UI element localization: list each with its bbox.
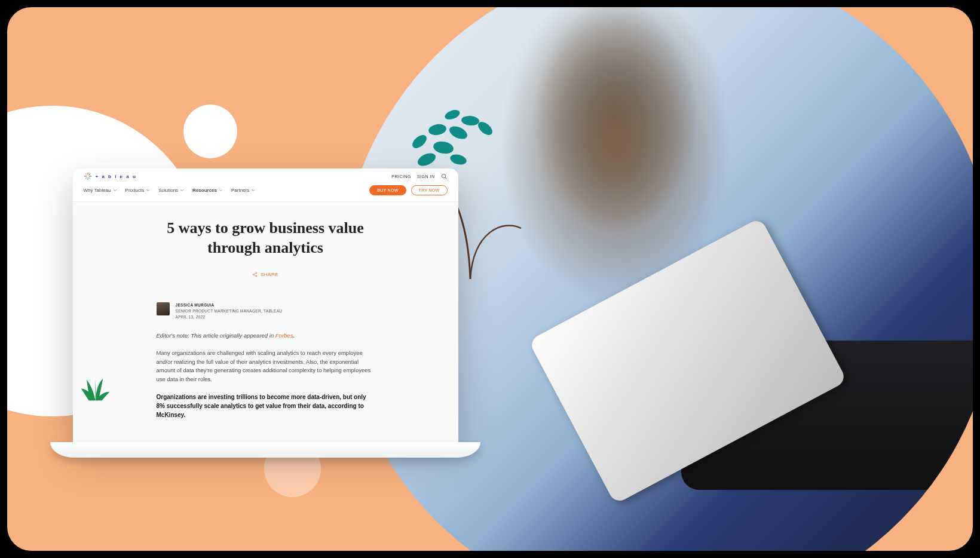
chevron-down-icon	[146, 188, 150, 192]
svg-point-18	[442, 174, 445, 177]
byline-text: JESSICA MURGUIA SENIOR PRODUCT MARKETING…	[176, 302, 283, 320]
nav-resources-label: Resources	[192, 188, 217, 193]
svg-line-17	[88, 174, 90, 175]
search-icon[interactable]	[441, 173, 448, 180]
nav-resources[interactable]: Resources	[192, 188, 223, 193]
brand-name: + a b l e a u	[96, 174, 137, 179]
share-button[interactable]: SHARE	[157, 272, 375, 277]
buy-now-button[interactable]: BUY NOW	[369, 185, 406, 195]
svg-point-2	[410, 133, 429, 151]
deco-circle-small	[183, 105, 237, 158]
author-role: SENIOR PRODUCT MARKETING MANAGER, TABLEA…	[176, 308, 283, 314]
main-nav: Why Tableau Products Solutions Resources	[84, 188, 256, 193]
chevron-down-icon	[180, 188, 184, 192]
laptop-mockup: + a b l e a u PRICING SIGN IN Why Tablea…	[50, 168, 480, 458]
svg-point-4	[448, 124, 470, 142]
chevron-down-icon	[219, 188, 223, 192]
cta-group: BUY NOW TRY NOW	[369, 185, 447, 195]
svg-point-5	[461, 115, 479, 127]
try-now-button[interactable]: TRY NOW	[411, 185, 448, 195]
svg-line-14	[85, 174, 86, 175]
article-date: APRIL 13, 2022	[176, 314, 283, 320]
svg-point-1	[433, 140, 455, 155]
article-title: 5 ways to grow business value through an…	[157, 219, 375, 257]
svg-point-6	[443, 108, 461, 121]
site-topbar: + a b l e a u PRICING SIGN IN	[73, 168, 458, 180]
article-bold-statement: Organizations are investing trillions to…	[157, 393, 375, 419]
chevron-down-icon	[251, 188, 255, 192]
editor-note-period: .	[293, 332, 295, 339]
nav-partners[interactable]: Partners	[231, 188, 255, 193]
editor-note-prefix: Editor's note: This article originally a…	[157, 332, 275, 339]
author-name: JESSICA MURGUIA	[176, 302, 283, 308]
svg-line-16	[85, 177, 86, 179]
author-avatar	[157, 302, 170, 315]
editor-note: Editor's note: This article originally a…	[157, 332, 375, 341]
top-utility-links: PRICING SIGN IN	[391, 173, 447, 180]
chevron-down-icon	[113, 188, 117, 192]
pricing-link[interactable]: PRICING	[391, 174, 411, 179]
byline: JESSICA MURGUIA SENIOR PRODUCT MARKETING…	[157, 302, 375, 320]
svg-line-23	[254, 273, 256, 274]
article-body: 5 ways to grow business value through an…	[73, 202, 458, 443]
nav-products-label: Products	[125, 188, 145, 193]
laptop-base	[50, 442, 480, 458]
hero-card: + a b l e a u PRICING SIGN IN Why Tablea…	[7, 7, 973, 551]
grass-illustration	[79, 378, 112, 401]
nav-why-label: Why Tableau	[84, 188, 111, 193]
nav-partners-label: Partners	[231, 188, 249, 193]
editor-note-source[interactable]: Forbes	[275, 332, 293, 339]
svg-point-0	[416, 151, 438, 168]
nav-why[interactable]: Why Tableau	[84, 188, 117, 193]
article-text: Editor's note: This article originally a…	[157, 332, 375, 419]
signin-link[interactable]: SIGN IN	[417, 174, 435, 179]
nav-products[interactable]: Products	[125, 188, 151, 193]
laptop-screen: + a b l e a u PRICING SIGN IN Why Tablea…	[73, 168, 458, 443]
share-icon	[252, 272, 258, 277]
share-label: SHARE	[261, 272, 278, 277]
svg-point-9	[449, 153, 467, 167]
svg-line-19	[445, 177, 446, 179]
article-para-1: Many organizations are challenged with s…	[157, 349, 375, 384]
nav-solutions-label: Solutions	[158, 188, 178, 193]
brand-logo[interactable]: + a b l e a u	[84, 172, 137, 180]
svg-line-24	[254, 275, 256, 276]
svg-line-15	[88, 177, 90, 179]
site-nav-row: Why Tableau Products Solutions Resources	[73, 180, 458, 202]
tableau-logo-icon	[84, 172, 92, 180]
svg-point-3	[428, 123, 448, 137]
nav-solutions[interactable]: Solutions	[158, 188, 184, 193]
